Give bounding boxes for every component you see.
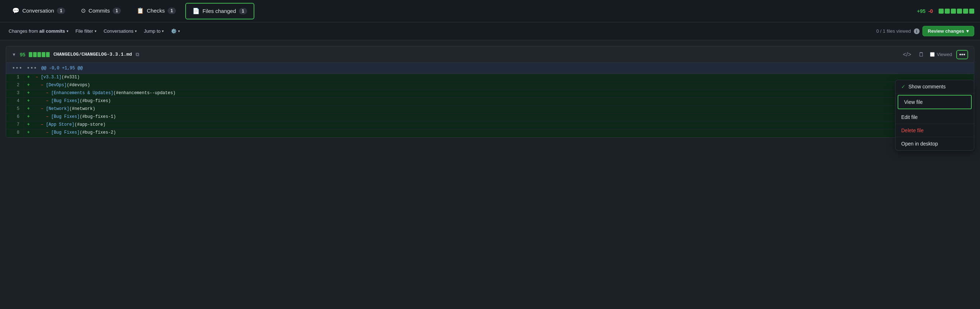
- code-icon: </>: [903, 51, 911, 57]
- toolbar-right: 0 / 1 files viewed i Review changes ▾: [877, 26, 974, 36]
- diff-sign-4: +: [24, 98, 33, 105]
- view-code-button[interactable]: </>: [902, 50, 913, 59]
- tab-commits-label: Commits: [89, 8, 110, 14]
- changes-from-text: Changes from all commits: [9, 29, 65, 34]
- line-num-1: 1: [6, 74, 24, 82]
- settings-chevron: ▾: [178, 29, 180, 33]
- file-header-left: ▼ 95 CHANGELOG/CHANGELOG-3.3.1.md ⧉: [12, 51, 139, 57]
- file-icon: 🗒: [918, 51, 924, 57]
- diff-content-4: – [Bug Fixes](#bug-fixes): [33, 98, 974, 105]
- mini-block-2: [33, 52, 37, 57]
- diff-sign-7: +: [24, 122, 33, 129]
- additions-stat: +95: [917, 8, 926, 14]
- tab-conversation-badge: 1: [57, 8, 65, 14]
- diff-content-8: – [Bug Fixes](#bug-fixes-2): [33, 129, 974, 137]
- files-changed-icon: 📄: [192, 8, 200, 14]
- mini-block-5: [46, 52, 50, 57]
- diff-sign-3: +: [24, 90, 33, 97]
- tab-files-changed[interactable]: 📄 Files changed 1: [185, 3, 255, 19]
- line-num-2: 2: [6, 82, 24, 89]
- mini-block-4: [42, 52, 45, 57]
- tab-files-changed-badge: 1: [239, 8, 247, 14]
- diff-stats: +95 -0: [917, 8, 974, 14]
- gear-icon: ⚙️: [171, 29, 177, 34]
- tabs-bar: 💬 Conversation 1 ⊙ Commits 1 📋 Checks 1 …: [0, 0, 980, 22]
- mini-block-1: [29, 52, 32, 57]
- line-num-8: 8: [6, 129, 24, 137]
- view-file-item[interactable]: View file: [897, 95, 972, 109]
- collapse-button[interactable]: ▼: [12, 52, 16, 57]
- diff-content-2: – [DevOps](#devops): [33, 82, 974, 89]
- diff-line: 1 + – [v3.3.1](#v331): [6, 74, 974, 82]
- check-mark-icon: ✓: [901, 84, 905, 89]
- diff-sign-1: +: [24, 74, 33, 82]
- more-options-button[interactable]: •••: [956, 50, 968, 59]
- files-viewed-text: 0 / 1 files viewed: [877, 29, 911, 34]
- diff-line: 7 + – [App Store](#app-store): [6, 122, 974, 129]
- diff-sign-6: +: [24, 114, 33, 121]
- tab-checks[interactable]: 📋 Checks 1: [130, 0, 182, 22]
- edit-file-item[interactable]: Edit file: [896, 111, 974, 124]
- hunk-range: @@ -0,0 +1,95 @@: [41, 66, 83, 71]
- file-filter-chevron: ▾: [95, 29, 96, 33]
- review-changes-label: Review changes: [928, 29, 964, 34]
- diff-block-3: [951, 9, 956, 14]
- diff-line: 3 + – [Enhancements & Updates](#enhancem…: [6, 90, 974, 98]
- hunk-dots-right: •••: [27, 65, 37, 71]
- toolbar: Changes from all commits ▾ File filter ▾…: [0, 22, 980, 40]
- tab-conversation-label: Conversation: [22, 8, 54, 14]
- conversations-label: Conversations: [103, 29, 134, 34]
- delete-file-item[interactable]: Delete file: [896, 124, 974, 137]
- diff-sign-8: +: [24, 129, 33, 137]
- file-filter-button[interactable]: File filter ▾: [73, 27, 99, 35]
- jump-to-button[interactable]: Jump to ▾: [141, 27, 167, 35]
- jump-to-chevron: ▾: [162, 29, 164, 33]
- diff-line: 4 + – [Bug Fixes](#bug-fixes): [6, 98, 974, 106]
- diff-block-4: [957, 9, 962, 14]
- tab-conversation[interactable]: 💬 Conversation 1: [6, 0, 72, 22]
- diff-blocks: [939, 9, 974, 14]
- copy-icon[interactable]: ⧉: [136, 51, 139, 57]
- diff-line: 6 + – [Bug Fixes](#bug-fixes-1): [6, 114, 974, 122]
- diff-block-5: [963, 9, 968, 14]
- diff-line: 5 + – [Network](#network): [6, 106, 974, 114]
- diff-content-6: – [Bug Fixes](#bug-fixes-1): [33, 114, 974, 121]
- viewed-label[interactable]: Viewed: [930, 52, 952, 57]
- commits-icon: ⊙: [81, 7, 86, 14]
- open-desktop-item[interactable]: Open in desktop: [896, 137, 974, 138]
- review-changes-chevron: ▾: [966, 29, 969, 34]
- tab-checks-label: Checks: [147, 8, 165, 14]
- file-name: CHANGELOG/CHANGELOG-3.3.1.md: [53, 52, 132, 57]
- line-num-5: 5: [6, 106, 24, 113]
- info-icon[interactable]: i: [914, 29, 920, 34]
- changes-from-chevron: ▾: [67, 29, 68, 33]
- dropdown-menu: ✓ Show comments View file Edit file Dele…: [895, 80, 974, 138]
- diff-block-2: [945, 9, 950, 14]
- diff-block-1: [939, 9, 943, 14]
- review-changes-button[interactable]: Review changes ▾: [923, 26, 974, 36]
- diff-sign-2: +: [24, 82, 33, 89]
- tab-commits-badge: 1: [113, 8, 121, 14]
- diff-sign-5: +: [24, 106, 33, 113]
- conversation-icon: 💬: [12, 7, 19, 14]
- viewed-checkbox[interactable]: [930, 52, 935, 57]
- conversations-chevron: ▾: [135, 29, 137, 33]
- tab-commits[interactable]: ⊙ Commits 1: [75, 0, 127, 22]
- tab-checks-badge: 1: [168, 8, 176, 14]
- view-raw-button[interactable]: 🗒: [917, 50, 926, 59]
- line-num-4: 4: [6, 98, 24, 105]
- diff-content-7: – [App Store](#app-store): [33, 122, 974, 129]
- changes-from-button[interactable]: Changes from all commits ▾: [6, 27, 71, 35]
- line-num-3: 3: [6, 90, 24, 97]
- show-comments-item[interactable]: ✓ Show comments: [896, 80, 974, 93]
- diff-line: 2 + – [DevOps](#devops): [6, 82, 974, 90]
- diff-line: 8 + – [Bug Fixes](#bug-fixes-2): [6, 129, 974, 137]
- file-filter-label: File filter: [76, 29, 93, 34]
- diff-mini-blocks: [29, 52, 50, 57]
- diff-wrapper: ••• ••• @@ -0,0 +1,95 @@ 1 + – [v3.3.1](…: [6, 62, 974, 138]
- mini-block-3: [37, 52, 41, 57]
- delete-file-label: Delete file: [901, 128, 924, 133]
- settings-button[interactable]: ⚙️ ▾: [168, 27, 183, 35]
- conversations-button[interactable]: Conversations ▾: [101, 27, 140, 35]
- diff-block-6: [969, 9, 974, 14]
